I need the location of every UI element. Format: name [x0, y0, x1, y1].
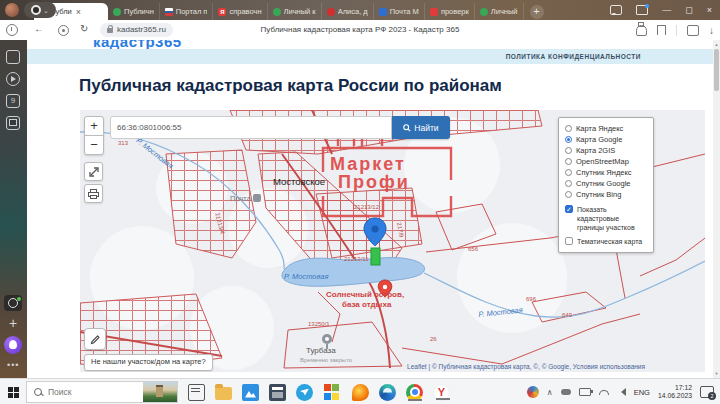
- battery-icon[interactable]: [579, 388, 591, 396]
- scroll-thumb[interactable]: [714, 49, 719, 91]
- print-button[interactable]: [84, 184, 103, 203]
- layer-option-yandex-map[interactable]: Карта Яндекс: [565, 123, 647, 134]
- chat-icon[interactable]: [610, 5, 622, 15]
- tab-alisa[interactable]: Алиса, д: [322, 3, 374, 20]
- bookmark-icon[interactable]: [657, 25, 666, 35]
- url-bar[interactable]: kadastr365.ru: [100, 23, 173, 37]
- language-indicator[interactable]: ENG: [634, 388, 650, 397]
- browser-profile-button[interactable]: ⌄: [24, 2, 56, 18]
- chrome-browser-icon[interactable]: [406, 384, 423, 401]
- map-parcel-number: 21213/12: [354, 204, 379, 210]
- layer-option-google-map[interactable]: Карта Google: [565, 134, 647, 145]
- edge-browser-icon[interactable]: [379, 384, 396, 401]
- cadastral-search-input[interactable]: [110, 116, 392, 139]
- radio-icon: [565, 169, 572, 176]
- tab-close-icon[interactable]: ×: [76, 7, 81, 17]
- layer-option-osm[interactable]: OpenStreetMap: [565, 156, 647, 167]
- map-attribution[interactable]: Leaflet | © Публичная кадастровая карта,…: [407, 363, 645, 370]
- layer-option-yandex-sat[interactable]: Спутник Яндекс: [565, 167, 647, 178]
- more-icon[interactable]: •••: [7, 360, 19, 370]
- tab-publichnaya[interactable]: Публичн: [108, 3, 160, 20]
- tab-spravochnik[interactable]: Я справочн: [213, 3, 267, 20]
- add-panel-icon[interactable]: +: [5, 316, 21, 332]
- taskbar-clock[interactable]: 17:12 14.06.2023: [658, 384, 692, 401]
- lock-icon: [107, 28, 113, 33]
- user-avatar[interactable]: [5, 3, 19, 17]
- page-scrollbar[interactable]: ▲ ▼: [713, 40, 720, 378]
- map-parcel-number: 649: [562, 312, 572, 318]
- measure-button[interactable]: [84, 162, 103, 181]
- map-parcel-number: 696: [526, 296, 536, 302]
- zoom-out-button[interactable]: −: [84, 135, 104, 155]
- search-icon: [403, 124, 411, 132]
- scroll-down-icon[interactable]: ▼: [713, 371, 720, 376]
- office-app-icon[interactable]: [323, 383, 342, 402]
- video-icon[interactable]: [6, 72, 20, 86]
- zoom-in-button[interactable]: +: [84, 116, 104, 136]
- task-view-button[interactable]: [188, 384, 205, 401]
- scroll-up-icon[interactable]: ▲: [713, 42, 720, 47]
- collections-icon[interactable]: [687, 25, 699, 36]
- volume-icon[interactable]: [617, 388, 626, 396]
- history-icon[interactable]: [6, 24, 18, 36]
- restore-button[interactable]: ◻: [685, 6, 692, 15]
- assistant-app-icon[interactable]: [352, 384, 369, 401]
- tab-lichny-2[interactable]: Личный: [475, 3, 524, 20]
- site-logo[interactable]: кадастр365: [93, 40, 182, 49]
- taskbar-search[interactable]: [26, 381, 178, 403]
- tab-pochta[interactable]: Почта М: [374, 3, 425, 20]
- layer-option-2gis-map[interactable]: Карта 2GIS: [565, 145, 647, 156]
- tab-favicon: [480, 8, 488, 16]
- photos-app-icon[interactable]: [242, 384, 259, 401]
- download-icon[interactable]: ↓: [709, 25, 714, 36]
- map-label-closed: Временно закрыто: [300, 357, 352, 363]
- reload-icon[interactable]: ↻: [80, 23, 88, 34]
- screenshot-icon[interactable]: [6, 116, 20, 130]
- onedrive-icon[interactable]: [561, 389, 571, 395]
- running-indicator: [436, 398, 450, 400]
- side-panel-icon[interactable]: [636, 5, 648, 15]
- tray-app-icon[interactable]: [527, 386, 539, 398]
- close-button[interactable]: ×: [707, 6, 712, 15]
- tab-portal[interactable]: Портал п: [160, 3, 214, 20]
- chevron-down-icon: ⌄: [43, 7, 49, 14]
- edit-button[interactable]: [84, 328, 106, 350]
- map-parcel-number: 21213/11: [344, 256, 369, 262]
- tab-proverka[interactable]: проверк: [425, 3, 475, 20]
- network-icon[interactable]: [599, 390, 609, 395]
- radio-icon: [565, 136, 572, 143]
- map-search-button[interactable]: Найти: [392, 116, 450, 139]
- map[interactable]: Мостовское Почта Р. Мостовая Р. Мостовая…: [80, 110, 705, 372]
- clock-time: 17:12: [658, 384, 692, 392]
- printer-icon: [88, 189, 99, 199]
- notification-center-icon[interactable]: 2: [700, 386, 714, 398]
- site-logo-wrap: кадастр365: [93, 40, 182, 49]
- checkbox-thematic-map[interactable]: Тематическая карта: [565, 237, 647, 246]
- privacy-link[interactable]: ПОЛИТИКА КОНФИДЕНЦИАЛЬНОСТИ: [506, 53, 641, 60]
- yandex-browser-icon[interactable]: Y: [433, 384, 450, 401]
- tab-label: Публичн: [124, 7, 154, 16]
- protect-icon[interactable]: [58, 25, 69, 36]
- tray-expand-icon[interactable]: ∧: [547, 388, 553, 397]
- new-tab-button[interactable]: +: [530, 5, 544, 19]
- file-explorer-icon[interactable]: [215, 387, 232, 400]
- profile-add-icon[interactable]: [4, 295, 22, 311]
- not-found-button[interactable]: Не нашли участок/дом на карте?: [84, 354, 213, 371]
- tab-lichny-1[interactable]: Личный к: [268, 3, 322, 20]
- watermark-line2: Профи: [338, 172, 410, 193]
- minimize-button[interactable]: —: [662, 6, 671, 15]
- alice-assistant-icon[interactable]: [4, 336, 22, 354]
- checkbox-cadastral-borders[interactable]: Показать кадастровые границы участков: [565, 205, 647, 232]
- tableau-icon[interactable]: [6, 50, 20, 64]
- taskbar-search-input[interactable]: [46, 386, 143, 398]
- search-highlight-image[interactable]: [143, 382, 177, 402]
- layer-option-bing-sat[interactable]: Спутник Bing: [565, 189, 647, 200]
- diagonal-arrow-icon: [89, 167, 99, 177]
- checkbox-icon: [565, 237, 573, 245]
- telegram-app-icon[interactable]: [296, 384, 313, 401]
- back-icon[interactable]: ←: [34, 23, 44, 34]
- calculator-app-icon[interactable]: [269, 384, 286, 401]
- start-button[interactable]: [0, 379, 26, 404]
- services-9-icon[interactable]: 9: [6, 94, 20, 108]
- layer-option-google-sat[interactable]: Спутник Google: [565, 178, 647, 189]
